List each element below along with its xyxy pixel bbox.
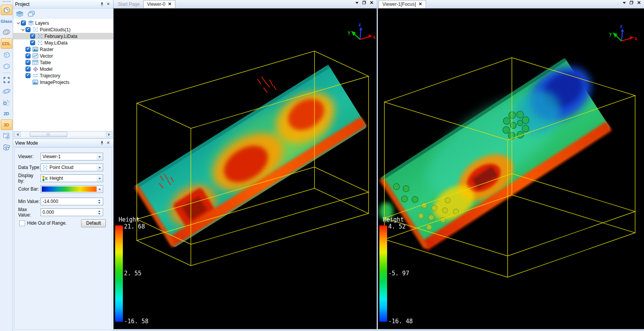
full-extent-button[interactable]	[1, 75, 12, 85]
tab-close-button[interactable]: ✕	[418, 2, 422, 7]
layers-stack-button[interactable]	[14, 9, 25, 18]
cross-section-button[interactable]	[1, 49, 12, 60]
float-window-icon[interactable]	[630, 1, 633, 4]
chevron-down-icon[interactable]	[97, 154, 102, 160]
height-colorbar-icon: E	[42, 176, 48, 181]
contour-button[interactable]	[1, 27, 12, 38]
tree-row-raster[interactable]: Raster	[13, 46, 113, 53]
tree-row-may-lidata[interactable]: May.LiData	[13, 39, 113, 46]
tree-row-table[interactable]: Table	[13, 59, 113, 66]
toolbar-divider	[2, 73, 11, 73]
close-pane-icon[interactable]: ✕	[637, 0, 641, 5]
tree-row-vector[interactable]: Vector	[13, 53, 113, 59]
horizontal-scrollbar[interactable]	[14, 131, 112, 137]
tree-label: Table	[40, 60, 51, 65]
checkbox[interactable]	[25, 47, 31, 52]
checkbox[interactable]	[25, 73, 31, 78]
viewer0-viewport[interactable]: y z x Height 21. 68 2. 55 -16. 58	[114, 9, 377, 329]
max-value-text: 0.000	[42, 210, 54, 215]
data-type-select[interactable]: Point Cloud	[41, 164, 103, 171]
palette-button[interactable]	[1, 5, 12, 15]
display-by-select[interactable]: E Height	[41, 174, 103, 182]
tab-viewer-1-focus[interactable]: Viewer-1[Focus] ✕	[379, 0, 426, 8]
expander-icon[interactable]	[16, 22, 21, 24]
tree-label: Raster	[40, 47, 53, 52]
tree-row-pointclouds[interactable]: PointClouds(1)	[13, 26, 113, 33]
scrollbar-track[interactable]	[20, 131, 106, 137]
palette-icon	[3, 6, 10, 14]
orbit-view-button[interactable]	[1, 86, 12, 96]
tab-label: Viewer-1[Focus]	[382, 2, 416, 7]
color-bar-select[interactable]	[41, 185, 103, 193]
checkbox[interactable]	[25, 60, 31, 65]
toolbar-drag-handle[interactable]	[3, 1, 10, 3]
tree-row-layers[interactable]: Layers	[13, 20, 113, 26]
view-3d-button[interactable]: 3D	[1, 119, 12, 130]
view-2d-button[interactable]: 2D	[1, 108, 12, 119]
tree-row-imageprojects[interactable]: ImageProjects	[13, 79, 113, 85]
tab-list-dropdown-icon[interactable]	[355, 2, 359, 5]
checkbox[interactable]	[30, 40, 35, 45]
close-pane-icon[interactable]: ✕	[370, 0, 374, 5]
float-window-icon[interactable]	[362, 1, 366, 4]
scrollbar-thumb[interactable]	[30, 132, 67, 137]
trajectory-icon	[32, 73, 39, 78]
clip-box-button[interactable]	[1, 61, 12, 71]
orbit-cube-icon	[2, 87, 11, 95]
checkbox[interactable]	[30, 34, 35, 39]
point-cloud-settings-button[interactable]	[1, 97, 12, 107]
tab-close-button[interactable]: ✕	[168, 2, 172, 7]
chevron-down-icon[interactable]	[97, 164, 102, 171]
max-value-input[interactable]: 0.000	[41, 208, 103, 216]
raster-icon	[32, 46, 39, 52]
checkbox[interactable]	[21, 20, 26, 26]
expander-icon[interactable]	[20, 29, 25, 31]
left-icon-toolbar: Glass EDL 2D 3D	[0, 0, 13, 331]
min-value-input[interactable]: -14.000	[41, 198, 103, 205]
viewer0-scene: y z x	[114, 9, 377, 329]
edl-button[interactable]: EDL	[1, 38, 12, 49]
profile-view-button[interactable]	[1, 142, 12, 152]
tree-label: Layers	[35, 20, 49, 26]
point-cloud-may	[379, 53, 620, 252]
checkbox[interactable]	[25, 53, 31, 58]
pin-icon[interactable]	[99, 1, 105, 7]
window-bottom-border	[114, 329, 644, 331]
tree-row-trajectory[interactable]: Trajectory	[13, 72, 113, 79]
viewer-select[interactable]: Viewer-1	[41, 153, 103, 160]
model-icon	[32, 66, 39, 72]
scroll-left-button[interactable]	[14, 131, 20, 137]
chevron-down-icon[interactable]	[97, 186, 102, 192]
vector-icon	[32, 53, 39, 59]
axis-y-label: y	[609, 31, 612, 37]
spinner-buttons[interactable]	[96, 198, 102, 205]
chevron-down-icon[interactable]	[97, 175, 102, 181]
viewer1-viewport[interactable]: y z x Height 4. 52 -5. 97 -16. 48	[378, 9, 644, 329]
viewer0-tabstrip: Start Page Viewer-0 ✕ ✕	[114, 0, 377, 9]
tree-row-model[interactable]: Model	[13, 66, 113, 72]
tab-start-page[interactable]: Start Page	[114, 0, 143, 8]
close-icon[interactable]: ✕	[105, 1, 111, 7]
layers-icon	[27, 20, 34, 26]
glass-button[interactable]: Glass	[1, 16, 12, 26]
new-window-button[interactable]	[1, 131, 12, 141]
scroll-right-button[interactable]	[106, 131, 112, 137]
checkbox[interactable]	[25, 67, 31, 72]
hide-out-of-range-checkbox[interactable]	[19, 220, 25, 226]
point-cloud-february	[134, 65, 367, 249]
layer-copy-button[interactable]	[26, 9, 36, 18]
checkbox[interactable]	[25, 27, 31, 32]
spinner-buttons[interactable]	[96, 209, 102, 215]
tab-list-dropdown-icon[interactable]	[623, 2, 626, 5]
pin-icon[interactable]	[99, 140, 105, 146]
display-by-value: Height	[49, 176, 63, 181]
axis-gizmo: y z x	[609, 23, 637, 41]
viewer0-pane: Start Page Viewer-0 ✕ ✕	[114, 0, 377, 331]
viewer1-pane: Viewer-1[Focus] ✕ ✕	[378, 0, 644, 331]
default-button[interactable]: Default	[81, 219, 106, 227]
tree-row-february-lidata[interactable]: February.LiData	[13, 33, 113, 39]
tab-viewer-0[interactable]: Viewer-0 ✕	[143, 0, 175, 8]
point-gear-icon	[3, 99, 10, 106]
close-icon[interactable]: ✕	[105, 140, 111, 146]
axis-z-label: z	[359, 21, 361, 27]
